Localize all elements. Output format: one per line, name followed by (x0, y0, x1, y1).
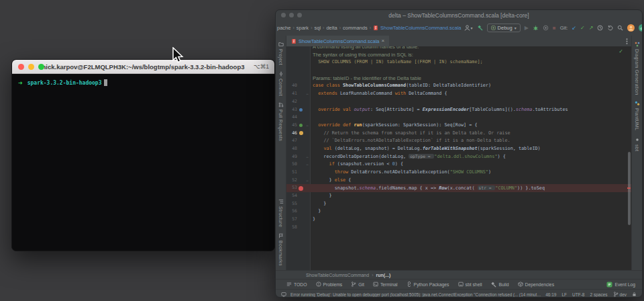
tab-close-icon[interactable]: × (381, 38, 384, 44)
breadcrumb-file[interactable]: ShowTableColumnsCommand.scala (373, 25, 461, 31)
code-text[interactable]: val (deltaLog, snapshot) = DeltaLog.forT… (310, 145, 541, 153)
gutter-icon-slot[interactable] (297, 108, 305, 112)
code-text[interactable]: if (snapshot.version < 0) { (310, 161, 403, 169)
line-number[interactable]: 47 (286, 137, 297, 145)
fold-marker[interactable]: − (305, 90, 310, 98)
code-line[interactable]: 44 (286, 114, 631, 122)
code-text[interactable]: // Return the schema from snapshot if it… (310, 130, 511, 138)
git-update-button[interactable]: ↙ (572, 26, 576, 31)
line-ending-indicator[interactable]: LF (561, 292, 567, 297)
tool-window-button-sbt-shell[interactable]: sbt shell (458, 282, 482, 287)
tab-options-kebab-icon[interactable] (626, 38, 631, 44)
line-number[interactable]: 45 (286, 122, 297, 130)
tool-stripe-sbt[interactable]: sbt (635, 137, 640, 151)
code-line[interactable]: 42 (286, 98, 631, 106)
tool-window-button-todo[interactable]: TODO (286, 282, 307, 287)
code-text[interactable]: } (310, 208, 321, 216)
fold-marker[interactable]: − (305, 122, 310, 130)
breakpoint-icon[interactable] (299, 186, 303, 191)
code-line[interactable]: 54 } (286, 192, 631, 200)
code-line[interactable]: 41− extends LeafRunnableCommand with Del… (286, 90, 631, 98)
minimize-button[interactable] (289, 13, 294, 17)
code-line[interactable]: 58 (286, 224, 631, 232)
code-editor[interactable]: A command listing all column names of a … (286, 46, 631, 270)
code-text[interactable]: // `DeltaErrors.notADeltaTableException`… (310, 137, 511, 145)
user-menu-button[interactable]: ▾ (464, 25, 473, 31)
impl-icon[interactable] (299, 124, 303, 127)
tool-stripe-bookmarks[interactable]: Bookmarks (278, 233, 284, 266)
line-number[interactable]: 56 (286, 208, 297, 216)
breadcrumb-item-commands[interactable]: commands (343, 25, 368, 31)
gutter-icon-slot[interactable] (297, 131, 305, 135)
code-line[interactable]: 57} (286, 216, 631, 224)
code-line[interactable]: 40case class ShowTableColumnsCommand(tab… (286, 82, 631, 90)
fold-marker[interactable]: − (305, 161, 310, 169)
line-number[interactable]: 44 (286, 114, 297, 122)
breadcrumb-item-spark[interactable]: spark (297, 25, 309, 31)
indent-indicator[interactable]: 2 spaces (590, 292, 607, 297)
line-number[interactable]: 54 (286, 192, 297, 200)
tool-window-button-build[interactable]: Build (490, 282, 508, 288)
code-line[interactable]: 56 } (286, 208, 631, 216)
search-button[interactable] (617, 25, 623, 31)
build-hammer-button[interactable] (477, 25, 483, 31)
minimize-button[interactable] (28, 64, 34, 70)
tool-stripe-structure[interactable]: Structure (278, 199, 284, 227)
code-line[interactable]: 55 } (286, 200, 631, 208)
code-line[interactable]: 48 val (deltaLog, snapshot) = DeltaLog.f… (286, 145, 631, 153)
terminal-window[interactable]: nick.karpov@F2LMQLPH3K:~/ws/blogtmp/spar… (11, 59, 275, 251)
code-text[interactable]: extends LeafRunnableCommand with DeltaCo… (310, 90, 447, 98)
line-number[interactable]: 46 (286, 130, 297, 138)
run-config-combo[interactable]: Debug▾ (487, 24, 521, 32)
code-line[interactable]: 50− if (snapshot.version < 0) { (286, 161, 631, 169)
code-text[interactable]: throw DeltaErrors.notADeltaTableExceptio… (310, 169, 491, 177)
line-number[interactable]: 40 (286, 82, 297, 90)
terminal-titlebar[interactable]: nick.karpov@F2LMQLPH3K:~/ws/blogtmp/spar… (12, 60, 274, 74)
code-line[interactable]: 47 // `DeltaErrors.notADeltaTableExcepti… (286, 137, 631, 145)
code-text[interactable]: recordDeltaOperation(deltaLog, opType = … (310, 153, 506, 161)
tool-stripe-commit[interactable]: Commit (278, 71, 284, 96)
code-line[interactable]: 52− } else { (286, 177, 631, 185)
line-number[interactable]: 58 (286, 224, 297, 232)
rollback-button[interactable] (607, 25, 613, 31)
tool-window-button-dependencies[interactable]: Dependencies (518, 282, 554, 287)
tool-window-button-python-packages[interactable]: Python Packages (407, 282, 449, 287)
code-text[interactable]: override val output: Seq[Attribute] = Ex… (310, 106, 568, 114)
zoom-button[interactable] (297, 13, 302, 17)
terminal-content[interactable]: ➜spark-3.3.2-bin-hadoop3 (12, 74, 274, 93)
gutter-icon-slot[interactable] (297, 186, 305, 191)
tool-window-button-event-log[interactable]: Event Log (606, 282, 635, 288)
lock-icon[interactable] (632, 292, 637, 297)
line-number[interactable]: 42 (286, 98, 297, 106)
git-branch-widget[interactable]: dev (613, 292, 627, 297)
line-number[interactable]: 43 (286, 106, 297, 114)
error-stripe-mark[interactable] (627, 187, 631, 189)
code-line[interactable]: 46 // Return the schema from snapshot if… (286, 130, 631, 138)
debug-button[interactable] (533, 25, 539, 31)
code-line[interactable]: 49− recordDeltaOperation(deltaLog, opTyp… (286, 153, 631, 161)
code-text[interactable]: override def run(sparkSession: SparkSess… (310, 122, 478, 130)
code-text[interactable]: } else { (310, 177, 351, 185)
tool-stripe-plantuml[interactable]: PlantUML (635, 101, 640, 130)
tool-stripe-pull-requests[interactable]: Pull Requests (278, 102, 284, 141)
tool-window-switcher-icon[interactable] (281, 292, 286, 297)
run-button[interactable]: ▶ (525, 26, 529, 31)
tool-window-button-problems[interactable]: Problems (316, 282, 343, 287)
breadcrumb-item-sql[interactable]: sql (314, 25, 321, 31)
line-number[interactable]: 49 (286, 153, 297, 161)
line-number[interactable]: 41 (286, 90, 297, 98)
code-line[interactable]: 45− override def run(sparkSession: Spark… (286, 122, 631, 130)
code-line[interactable]: 51 throw DeltaErrors.notADeltaTableExcep… (286, 169, 631, 177)
caret-position[interactable]: 46:19 (545, 292, 556, 297)
line-number[interactable]: 53 (286, 184, 297, 192)
navbar-method-crumb[interactable]: run(...) (376, 273, 391, 277)
gutter-icon-slot[interactable] (297, 124, 305, 127)
code-line[interactable]: 43 override val output: Seq[Attribute] =… (286, 106, 631, 114)
breadcrumb-item-pache[interactable]: pache (277, 25, 290, 31)
git-push-button[interactable]: ↗ (589, 26, 594, 31)
code-text[interactable]: } (310, 216, 315, 224)
bulb-icon[interactable] (299, 131, 303, 135)
line-number[interactable]: 52 (286, 177, 297, 185)
line-number[interactable]: 50 (286, 161, 297, 169)
tool-window-button-terminal[interactable]: Terminal (373, 282, 398, 287)
